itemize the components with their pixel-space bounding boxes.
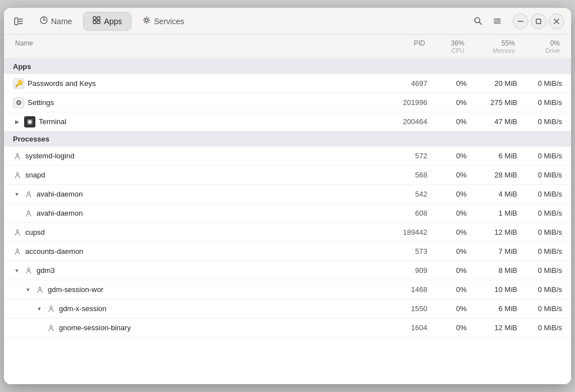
cpu-avahi-child: 0% bbox=[427, 209, 467, 217]
drive-avahi: 0 MiB/s bbox=[517, 190, 562, 198]
process-name-gdm3: ▼ gdm3 bbox=[13, 266, 377, 275]
menu-button[interactable] bbox=[489, 13, 505, 29]
pid-gdm-session-wor: 1468 bbox=[377, 285, 427, 294]
process-label: gnome-session-binary bbox=[59, 323, 131, 332]
process-name-gdm-x-session: ▼ gdm-x-session bbox=[13, 304, 377, 313]
memory-terminal: 47 MiB bbox=[467, 117, 517, 126]
cpu-terminal: 0% bbox=[427, 117, 467, 126]
expand-gdm-session-icon[interactable]: ▼ bbox=[24, 286, 32, 294]
process-icon bbox=[47, 323, 56, 332]
process-name-accounts-daemon: accounts-daemon bbox=[13, 247, 377, 256]
process-icon bbox=[35, 285, 44, 294]
col-memory: 55%Memory bbox=[467, 37, 517, 56]
col-name: Name bbox=[13, 37, 377, 56]
maximize-button[interactable] bbox=[531, 13, 546, 29]
table-row[interactable]: ▼ gdm-x-session 1550 0% 6 MiB 0 MiB/s bbox=[4, 299, 571, 318]
window-controls bbox=[513, 13, 564, 29]
table-row[interactable]: gnome-session-binary 1604 0% 12 MiB 0 Mi… bbox=[4, 318, 571, 338]
expand-avahi-icon[interactable]: ▼ bbox=[13, 190, 21, 198]
table-row[interactable]: avahi-daemon 608 0% 1 MiB 0 MiB/s bbox=[4, 204, 571, 223]
memory-snapd: 28 MiB bbox=[467, 171, 517, 179]
cpu-gdm-x-session: 0% bbox=[427, 304, 467, 313]
process-name-cupsd: cupsd bbox=[13, 228, 377, 237]
svg-point-37 bbox=[50, 307, 52, 309]
pid-gnome-session-binary: 1604 bbox=[377, 323, 427, 332]
drive-settings: 0 MiB/s bbox=[517, 98, 562, 107]
process-icon bbox=[13, 228, 22, 237]
svg-point-23 bbox=[16, 173, 19, 175]
pid-gdm-x-session: 1550 bbox=[377, 304, 427, 313]
expand-terminal-icon[interactable]: ▶ bbox=[13, 118, 21, 126]
table-row[interactable]: ▼ gdm-session-wor 1468 0% 10 MiB 0 MiB/s bbox=[4, 280, 571, 299]
memory-accounts-daemon: 7 MiB bbox=[467, 247, 517, 256]
sidebar-toggle-button[interactable] bbox=[11, 13, 26, 29]
apps-icon bbox=[93, 16, 101, 26]
close-button[interactable] bbox=[549, 13, 564, 29]
process-name-snapd: snapd bbox=[13, 171, 377, 180]
memory-gdm3: 8 MiB bbox=[467, 266, 517, 275]
process-icon bbox=[13, 247, 22, 256]
cpu-avahi: 0% bbox=[427, 190, 467, 198]
table-row[interactable]: ▼ avahi-daemon 542 0% 4 MiB 0 MiB/s bbox=[4, 185, 571, 204]
svg-point-21 bbox=[16, 154, 19, 156]
tab-bar: Name Apps bbox=[31, 12, 193, 31]
tab-apps[interactable]: Apps bbox=[83, 12, 131, 31]
drive-terminal: 0 MiB/s bbox=[517, 117, 562, 126]
section-processes-label: Processes bbox=[13, 135, 377, 143]
process-icon bbox=[13, 152, 22, 161]
cpu-passwords: 0% bbox=[427, 79, 467, 88]
expand-gdm3-icon[interactable]: ▼ bbox=[13, 267, 21, 275]
svg-point-25 bbox=[28, 192, 30, 194]
svg-point-33 bbox=[28, 268, 30, 271]
table-row[interactable]: ⚙ Settings 201996 0% 275 MiB 0 MiB/s bbox=[4, 93, 571, 112]
svg-point-29 bbox=[16, 230, 19, 233]
expand-gdm-x-icon[interactable]: ▼ bbox=[35, 305, 43, 313]
table-row[interactable]: ▶ ▣ Terminal 200464 0% 47 MiB 0 MiB/s bbox=[4, 112, 571, 131]
memory-avahi-child: 1 MiB bbox=[467, 209, 517, 217]
table-row[interactable]: 🔑 Passwords and Keys 4697 0% 20 MiB 0 Mi… bbox=[4, 74, 571, 93]
svg-line-13 bbox=[479, 22, 481, 25]
tab-performance-label: Name bbox=[51, 17, 72, 26]
pid-settings: 201996 bbox=[377, 98, 427, 107]
tab-apps-label: Apps bbox=[104, 17, 122, 26]
minimize-button[interactable] bbox=[513, 13, 528, 29]
process-icon bbox=[13, 171, 22, 180]
cpu-cupsd: 0% bbox=[427, 228, 467, 236]
table-row[interactable]: systemd-logind 572 0% 6 MiB 0 MiB/s bbox=[4, 147, 571, 166]
table-row[interactable]: ▼ gdm3 909 0% 8 MiB 0 MiB/s bbox=[4, 261, 571, 280]
drive-systemd-logind: 0 MiB/s bbox=[517, 152, 562, 160]
memory-gdm-session-wor: 10 MiB bbox=[467, 285, 517, 294]
tab-services[interactable]: Services bbox=[134, 12, 193, 31]
memory-gnome-session-binary: 12 MiB bbox=[467, 323, 517, 332]
pid-terminal: 200464 bbox=[377, 117, 427, 126]
process-name-gnome-session-binary: gnome-session-binary bbox=[13, 323, 377, 332]
memory-cupsd: 12 MiB bbox=[467, 228, 517, 236]
table-row[interactable]: snapd 568 0% 28 MiB 0 MiB/s bbox=[4, 166, 571, 185]
table-row[interactable]: cupsd 189442 0% 12 MiB 0 MiB/s bbox=[4, 223, 571, 242]
memory-gdm-x-session: 6 MiB bbox=[467, 304, 517, 313]
passwords-icon: 🔑 bbox=[13, 78, 24, 89]
svg-rect-18 bbox=[536, 19, 541, 24]
settings-icon: ⚙ bbox=[13, 97, 24, 108]
process-label: systemd-logind bbox=[25, 152, 74, 160]
cpu-settings: 0% bbox=[427, 98, 467, 107]
svg-point-31 bbox=[16, 249, 19, 252]
cpu-accounts-daemon: 0% bbox=[427, 247, 467, 256]
drive-accounts-daemon: 0 MiB/s bbox=[517, 247, 562, 256]
process-icon bbox=[24, 190, 33, 199]
svg-rect-9 bbox=[93, 21, 96, 24]
table-row[interactable]: accounts-daemon 573 0% 7 MiB 0 MiB/s bbox=[4, 242, 571, 261]
search-button[interactable] bbox=[470, 13, 486, 29]
memory-avahi: 4 MiB bbox=[467, 190, 517, 198]
process-label: cupsd bbox=[25, 228, 45, 236]
process-label: snapd bbox=[25, 171, 45, 179]
drive-gdm-session-wor: 0 MiB/s bbox=[517, 285, 562, 294]
section-apps-label: Apps bbox=[13, 62, 377, 71]
process-label: Passwords and Keys bbox=[28, 79, 95, 88]
process-label: Settings bbox=[28, 98, 54, 107]
svg-rect-10 bbox=[97, 21, 100, 24]
process-name-terminal: ▶ ▣ Terminal bbox=[13, 116, 377, 127]
cpu-snapd: 0% bbox=[427, 171, 467, 179]
tab-performance[interactable]: Name bbox=[31, 12, 81, 31]
titlebar: Name Apps bbox=[4, 8, 571, 35]
